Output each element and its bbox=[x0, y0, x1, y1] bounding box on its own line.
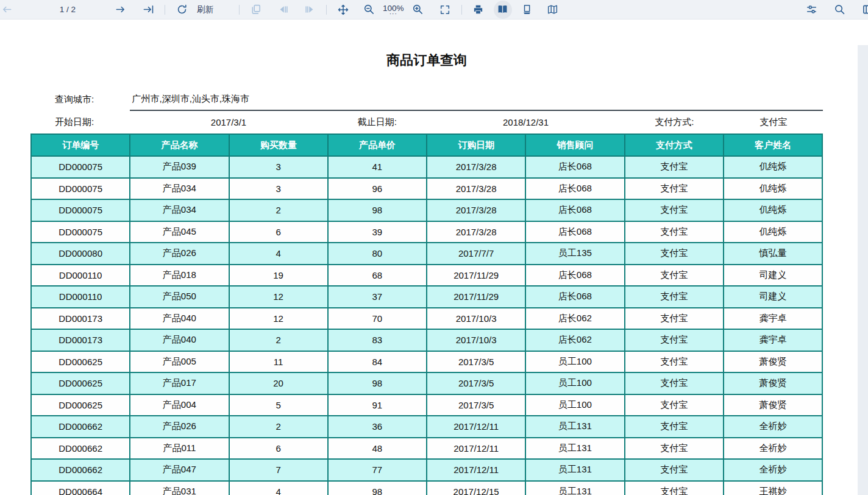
table-cell: 2017/12/11 bbox=[427, 438, 525, 460]
table-cell: 2017/12/11 bbox=[427, 459, 525, 481]
payment-label: 支付方式: bbox=[625, 111, 724, 134]
table-row: DD000075产品0393412017/3/28店长068支付宝仉纯烁 bbox=[31, 156, 822, 178]
table-cell: 支付宝 bbox=[625, 394, 724, 416]
table-cell: 2017/3/28 bbox=[427, 178, 525, 200]
table-cell: 萧俊贤 bbox=[724, 372, 822, 394]
order-table-header: 订单编号产品名称购买数量产品单价订购日期销售顾问支付方式客户姓名 bbox=[31, 134, 822, 156]
table-cell: 12 bbox=[229, 286, 328, 308]
table-cell: 支付宝 bbox=[625, 178, 724, 200]
refresh-button[interactable]: 刷新 bbox=[197, 4, 213, 15]
payment-value: 支付宝 bbox=[724, 111, 824, 134]
table-cell: 产品034 bbox=[130, 199, 229, 221]
export-icon[interactable] bbox=[246, 2, 266, 18]
column-header: 支付方式 bbox=[625, 134, 724, 156]
table-cell: 全祈妙 bbox=[724, 438, 822, 460]
table-row: DD000110产品01819682017/11/29店长068支付宝司建义 bbox=[31, 265, 822, 287]
toolbar-divider bbox=[326, 5, 327, 15]
table-cell: 员工131 bbox=[525, 438, 624, 460]
table-cell: 员工131 bbox=[525, 481, 624, 495]
table-cell: 员工135 bbox=[525, 243, 624, 265]
table-cell: 84 bbox=[328, 351, 427, 373]
table-cell: 支付宝 bbox=[625, 416, 724, 438]
next-page-icon[interactable] bbox=[110, 2, 130, 18]
table-row: DD000080产品0264802017/7/7员工135支付宝慎弘量 bbox=[31, 243, 822, 265]
table-cell: 48 bbox=[328, 438, 427, 460]
table-cell: 2017/11/29 bbox=[427, 265, 525, 287]
table-cell: 4 bbox=[229, 243, 328, 265]
last-page-icon[interactable] bbox=[138, 2, 158, 18]
table-row: DD000075产品0456392017/3/28店长068支付宝仉纯烁 bbox=[31, 221, 822, 243]
back-icon[interactable] bbox=[0, 2, 17, 18]
table-cell: 7 bbox=[229, 459, 328, 481]
filter-row-dates: 开始日期: 2017/3/1 截止日期: 2018/12/31 支付方式: 支付… bbox=[30, 111, 823, 134]
settings-sliders-icon[interactable] bbox=[801, 2, 822, 18]
zoom-out-icon[interactable] bbox=[358, 2, 379, 18]
vertical-scrollbar[interactable] bbox=[858, 45, 868, 495]
table-cell: 产品005 bbox=[130, 351, 229, 373]
table-cell: 员工100 bbox=[525, 394, 624, 416]
table-cell: 产品034 bbox=[130, 178, 229, 200]
fold-view-icon[interactable] bbox=[542, 2, 563, 18]
book-view-icon bbox=[497, 2, 508, 18]
step-backward-icon[interactable] bbox=[272, 2, 293, 18]
table-cell: DD000110 bbox=[31, 265, 130, 287]
report-page: 商品订单查询 查询城市: 广州市,深圳市,汕头市,珠海市 开始日期: 2017/… bbox=[0, 20, 868, 495]
column-header: 产品名称 bbox=[130, 134, 229, 156]
page-indicator: 1 / 2 bbox=[46, 5, 89, 14]
zoom-menu-dots: ··· bbox=[390, 13, 397, 15]
table-cell: 产品018 bbox=[130, 265, 229, 287]
table-cell: 仉纯烁 bbox=[724, 178, 822, 200]
table-cell: 全祈妙 bbox=[724, 416, 822, 438]
table-cell: 仉纯烁 bbox=[724, 221, 822, 243]
table-cell: 仉纯烁 bbox=[724, 199, 822, 221]
city-input[interactable]: 广州市,深圳市,汕头市,珠海市 bbox=[130, 88, 824, 111]
table-row: DD000173产品0402832017/10/3店长062支付宝龚宇卓 bbox=[31, 329, 822, 351]
table-cell: DD000173 bbox=[31, 329, 130, 351]
table-cell: 仉纯烁 bbox=[724, 156, 822, 178]
toolbar-divider bbox=[461, 5, 462, 15]
table-cell: 68 bbox=[328, 265, 427, 287]
table-cell: 支付宝 bbox=[625, 156, 724, 178]
table-cell: 店长068 bbox=[525, 178, 624, 200]
zoom-in-icon[interactable] bbox=[408, 2, 429, 18]
table-cell: DD000075 bbox=[31, 221, 130, 243]
end-date-value: 2018/12/31 bbox=[427, 111, 625, 134]
table-cell: 员工131 bbox=[525, 416, 624, 438]
zoom-level-dropdown[interactable]: 100% ··· bbox=[383, 4, 404, 15]
end-date-label: 截止日期: bbox=[328, 111, 427, 134]
step-forward-icon[interactable] bbox=[299, 2, 320, 18]
fullscreen-icon[interactable] bbox=[435, 2, 455, 18]
column-header: 销售顾问 bbox=[525, 134, 624, 156]
print-icon[interactable] bbox=[468, 2, 489, 18]
table-cell: DD000625 bbox=[31, 372, 130, 394]
table-row: DD000662产品0262362017/12/11员工131支付宝全祈妙 bbox=[31, 416, 822, 438]
city-label: 查询城市: bbox=[30, 88, 130, 111]
table-cell: DD000662 bbox=[31, 416, 130, 438]
table-cell: 2017/10/3 bbox=[427, 308, 525, 330]
table-cell: 83 bbox=[328, 329, 427, 351]
table-cell: 产品045 bbox=[130, 221, 229, 243]
table-cell: 产品040 bbox=[130, 329, 229, 351]
table-row: DD000173产品04012702017/10/3店长062支付宝龚宇卓 bbox=[31, 308, 822, 330]
table-cell: 2017/3/5 bbox=[427, 372, 525, 394]
table-cell: 产品031 bbox=[130, 481, 229, 495]
scroll-view-icon[interactable] bbox=[517, 2, 538, 18]
book-view-button[interactable] bbox=[494, 1, 512, 19]
table-cell: 3 bbox=[229, 178, 328, 200]
table-cell: 支付宝 bbox=[625, 481, 724, 495]
toolbar-divider bbox=[165, 5, 165, 15]
table-cell: 2017/3/5 bbox=[427, 394, 525, 416]
table-row: DD000662产品0116482017/12/11员工131支付宝全祈妙 bbox=[31, 438, 822, 460]
table-cell: 产品026 bbox=[130, 243, 229, 265]
search-icon[interactable] bbox=[829, 2, 850, 18]
table-cell: 龚宇卓 bbox=[724, 308, 822, 330]
side-panel-icon[interactable] bbox=[857, 2, 868, 18]
table-cell: 支付宝 bbox=[625, 243, 724, 265]
table-cell: 产品040 bbox=[130, 308, 229, 330]
table-row: DD000075产品0343962017/3/28店长068支付宝仉纯烁 bbox=[31, 178, 822, 200]
table-cell: 龚宇卓 bbox=[724, 329, 822, 351]
column-header: 产品单价 bbox=[328, 134, 427, 156]
table-cell: 2017/3/28 bbox=[427, 221, 525, 243]
pan-icon[interactable] bbox=[333, 2, 354, 18]
refresh-icon[interactable] bbox=[171, 2, 192, 18]
